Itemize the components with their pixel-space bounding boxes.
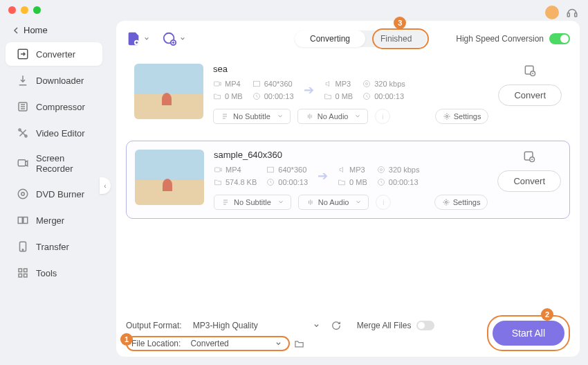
merge-label: Merge All Files xyxy=(357,321,412,330)
thumbnail[interactable] xyxy=(135,150,204,205)
sidebar-item-downloader[interactable]: Downloader xyxy=(6,69,102,92)
editor-icon xyxy=(17,127,29,139)
annotation-badge-1: 1 xyxy=(120,333,133,346)
add-file-icon xyxy=(126,31,141,46)
subtitle-icon xyxy=(221,112,229,121)
chevron-down-icon xyxy=(277,114,283,119)
src-res: 640*360 xyxy=(264,80,293,88)
audio-wave-icon xyxy=(306,198,314,206)
speed-toggle[interactable] xyxy=(549,33,570,44)
svg-rect-13 xyxy=(19,269,22,272)
arrow-right-icon: ➔ xyxy=(318,168,328,184)
subtitle-select[interactable]: No Subtitle xyxy=(213,109,291,124)
convert-button[interactable]: Convert xyxy=(498,84,562,106)
chevron-down-icon xyxy=(144,36,149,42)
home-link[interactable]: Home xyxy=(0,21,108,39)
sidebar-item-compressor[interactable]: Compressor xyxy=(6,95,102,118)
annotation-highlight-2: 2 Start All xyxy=(487,315,570,351)
media-item: sea MP4 0 MB 640*360 00:00:13 ➔ MP3 0 MB… xyxy=(126,55,570,132)
svg-rect-29 xyxy=(215,168,221,172)
tab-switch: Converting Finished 3 xyxy=(295,30,427,47)
chevron-down-icon xyxy=(180,36,185,42)
toolbar: Converting Finished 3 High Speed Convers… xyxy=(126,30,570,47)
src-size: 574.8 KB xyxy=(226,178,257,186)
start-all-button[interactable]: Start All xyxy=(493,321,564,346)
item-settings-button[interactable]: Settings xyxy=(435,109,489,124)
item-title: sea xyxy=(213,64,488,74)
nav-label: Video Editor xyxy=(36,128,85,139)
dst-size: 0 MB xyxy=(349,178,367,186)
audio-select[interactable]: No Audio xyxy=(298,195,369,210)
edit-output-icon[interactable] xyxy=(522,150,536,163)
svg-point-33 xyxy=(380,169,382,171)
tab-finished[interactable]: Finished xyxy=(365,30,427,47)
chevron-down-icon xyxy=(313,323,320,329)
sidebar-item-merger[interactable]: Merger xyxy=(6,208,102,232)
info-icon[interactable]: i xyxy=(375,109,390,124)
gear-icon xyxy=(442,198,450,206)
support-icon[interactable] xyxy=(566,6,578,19)
audio-icon xyxy=(338,166,346,174)
sidebar: Home Converter Downloader Compressor Vid… xyxy=(0,0,108,365)
info-icon[interactable]: i xyxy=(376,195,391,210)
gear-icon xyxy=(443,112,451,121)
sidebar-item-screen-recorder[interactable]: Screen Recorder xyxy=(6,148,102,179)
home-label: Home xyxy=(24,25,48,35)
sidebar-item-transfer[interactable]: Transfer xyxy=(6,235,102,258)
clock-icon xyxy=(377,178,385,186)
src-dur: 00:00:13 xyxy=(278,178,308,186)
sidebar-item-video-editor[interactable]: Video Editor xyxy=(6,121,102,145)
dst-format: MP3 xyxy=(349,166,365,174)
dvd-icon xyxy=(17,188,29,200)
compressor-icon xyxy=(17,100,29,113)
dst-size: 0 MB xyxy=(336,92,353,100)
svg-point-32 xyxy=(378,167,384,173)
audio-select[interactable]: No Audio xyxy=(297,109,369,124)
nav-label: DVD Burner xyxy=(36,189,84,199)
file-location-label: File Location: xyxy=(131,339,181,348)
svg-point-8 xyxy=(21,193,25,196)
folder-icon xyxy=(324,92,332,100)
svg-rect-16 xyxy=(24,274,28,278)
src-format: MP4 xyxy=(226,166,241,174)
recorder-icon xyxy=(17,157,29,170)
tab-converting[interactable]: Converting xyxy=(295,30,365,47)
add-url-icon xyxy=(162,31,177,46)
bottom-bar: Output Format: MP3-High Quality Merge Al… xyxy=(126,319,570,351)
sidebar-collapse-button[interactable]: ‹ xyxy=(100,177,111,194)
add-file-button[interactable] xyxy=(126,31,149,46)
thumbnail[interactable] xyxy=(134,64,203,119)
svg-rect-10 xyxy=(24,217,28,224)
svg-point-26 xyxy=(445,116,448,118)
open-folder-icon[interactable] xyxy=(294,339,304,349)
add-url-button[interactable] xyxy=(162,31,185,46)
nav-label: Tools xyxy=(36,268,57,278)
svg-point-23 xyxy=(364,81,370,87)
svg-rect-6 xyxy=(18,160,26,166)
downloader-icon xyxy=(17,74,29,87)
src-size: 0 MB xyxy=(225,92,243,100)
avatar[interactable] xyxy=(545,6,559,19)
nav-label: Downloader xyxy=(36,75,84,86)
nav-label: Merger xyxy=(36,215,64,226)
nav-label: Transfer xyxy=(36,242,69,252)
merge-toggle[interactable] xyxy=(416,321,434,330)
sidebar-item-tools[interactable]: Tools xyxy=(6,261,102,285)
item-settings-button[interactable]: Settings xyxy=(434,195,488,210)
edit-output-icon[interactable] xyxy=(523,64,537,78)
file-location-select[interactable]: Converted xyxy=(187,339,284,348)
subtitle-icon xyxy=(221,198,230,206)
output-format-select[interactable]: MP3-High Quality xyxy=(187,319,325,332)
chevron-down-icon xyxy=(278,199,284,205)
sidebar-item-converter[interactable]: Converter xyxy=(6,42,102,66)
video-icon xyxy=(213,80,221,88)
refresh-format-icon[interactable] xyxy=(331,320,342,331)
convert-button[interactable]: Convert xyxy=(497,170,561,192)
src-format: MP4 xyxy=(225,80,241,88)
media-item: sample_640x360 MP4 574.8 KB 640*360 00:0… xyxy=(126,141,570,219)
sidebar-item-dvd-burner[interactable]: DVD Burner xyxy=(6,182,102,206)
svg-rect-30 xyxy=(268,167,274,172)
svg-rect-1 xyxy=(575,13,577,17)
subtitle-select[interactable]: No Subtitle xyxy=(214,195,291,210)
chevron-down-icon xyxy=(275,341,282,347)
